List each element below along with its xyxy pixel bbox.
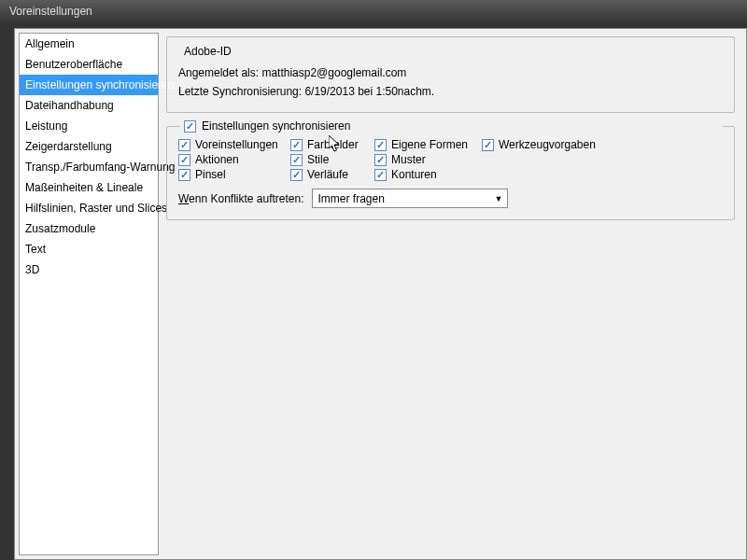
sidebar-item-1[interactable]: Benutzeroberfläche xyxy=(20,54,158,75)
sync-check-5[interactable]: Stile xyxy=(290,153,374,166)
sync-check-label: Aktionen xyxy=(195,153,239,166)
sync-legend-label: Einstellungen synchronisieren xyxy=(202,119,350,133)
sync-check-1[interactable]: Farbfelder xyxy=(290,138,374,151)
checkbox-icon[interactable] xyxy=(374,169,387,181)
checkbox-icon[interactable] xyxy=(178,154,190,166)
sidebar-item-4[interactable]: Leistung xyxy=(20,116,158,136)
adobe-id-group: Adobe-ID Angemeldet als: matthiasp2@goog… xyxy=(166,36,735,113)
sidebar-item-7[interactable]: Maßeinheiten & Lineale xyxy=(20,177,158,198)
checkbox-icon[interactable] xyxy=(290,139,303,151)
sidebar-item-8[interactable]: Hilfslinien, Raster und Slices xyxy=(20,198,158,218)
sync-check-label: Konturen xyxy=(391,168,437,181)
sync-master-checkbox[interactable] xyxy=(184,120,196,133)
sync-check-label: Muster xyxy=(391,153,426,166)
window-title: Voreinstellungen xyxy=(9,5,92,18)
sync-check-label: Farbfelder xyxy=(307,138,359,151)
sidebar-item-5[interactable]: Zeigerdarstellung xyxy=(20,136,158,157)
sidebar-item-9[interactable]: Zusatzmodule xyxy=(20,218,158,239)
checkbox-icon[interactable] xyxy=(290,154,303,166)
title-bar: Voreinstellungen xyxy=(0,0,747,23)
signed-in-label: Angemeldet als: xyxy=(178,66,259,79)
chevron-down-icon: ▼ xyxy=(495,194,503,203)
last-sync-label: Letzte Synchronisierung: xyxy=(178,85,302,98)
checkbox-icon[interactable] xyxy=(178,139,190,151)
sync-check-2[interactable]: Eigene Formen xyxy=(374,138,482,151)
sidebar-item-11[interactable]: 3D xyxy=(20,259,158,280)
sync-check-label: Pinsel xyxy=(195,168,226,181)
sync-check-6[interactable]: Muster xyxy=(374,153,482,166)
conflict-row: Wenn Konflikte auftreten: Immer fragen ▼ xyxy=(178,189,723,208)
last-sync-value: 6/19/2013 bei 1:50nachm. xyxy=(304,85,434,98)
sync-check-label: Eigene Formen xyxy=(391,138,468,151)
preferences-content: Adobe-ID Angemeldet als: matthiasp2@goog… xyxy=(162,29,746,559)
conflict-select[interactable]: Immer fragen ▼ xyxy=(312,189,508,208)
conflict-label: Wenn Konflikte auftreten: xyxy=(178,192,304,205)
sync-group: Einstellungen synchronisieren Voreinstel… xyxy=(166,126,735,220)
sync-legend: Einstellungen synchronisieren xyxy=(180,119,723,133)
preferences-sidebar: AllgemeinBenutzeroberflächeEinstellungen… xyxy=(19,33,159,555)
sync-check-label: Voreinstellungen xyxy=(195,138,278,151)
signed-in-value: matthiasp2@googlemail.com xyxy=(261,66,406,79)
sync-check-9[interactable]: Konturen xyxy=(374,168,482,181)
adobe-id-legend: Adobe-ID xyxy=(180,45,235,58)
sidebar-item-10[interactable]: Text xyxy=(20,239,158,259)
preferences-dialog: AllgemeinBenutzeroberflächeEinstellungen… xyxy=(14,28,747,560)
sync-check-7[interactable]: Pinsel xyxy=(178,168,290,181)
sidebar-item-6[interactable]: Transp./Farbumfang-Warnung xyxy=(20,157,158,177)
signed-in-line: Angemeldet als: matthiasp2@googlemail.co… xyxy=(178,63,723,82)
conflict-value: Immer fragen xyxy=(318,192,385,205)
last-sync-line: Letzte Synchronisierung: 6/19/2013 bei 1… xyxy=(178,82,723,101)
sync-check-0[interactable]: Voreinstellungen xyxy=(178,138,290,151)
checkbox-icon[interactable] xyxy=(482,139,494,151)
checkbox-icon[interactable] xyxy=(290,169,303,181)
sync-check-label: Stile xyxy=(307,153,329,166)
checkbox-icon[interactable] xyxy=(374,139,387,151)
sync-check-4[interactable]: Aktionen xyxy=(178,153,290,166)
sidebar-item-3[interactable]: Dateihandhabung xyxy=(20,95,158,116)
sync-check-3[interactable]: Werkzeugvorgaben xyxy=(482,138,613,151)
sync-check-8[interactable]: Verläufe xyxy=(290,168,374,181)
sync-check-label: Werkzeugvorgaben xyxy=(499,138,596,151)
checkbox-icon[interactable] xyxy=(178,169,190,181)
sync-check-label: Verläufe xyxy=(307,168,348,181)
checkbox-icon[interactable] xyxy=(374,154,387,166)
sidebar-item-0[interactable]: Allgemein xyxy=(20,34,158,54)
sidebar-item-2[interactable]: Einstellungen synchronisieren xyxy=(20,75,158,95)
